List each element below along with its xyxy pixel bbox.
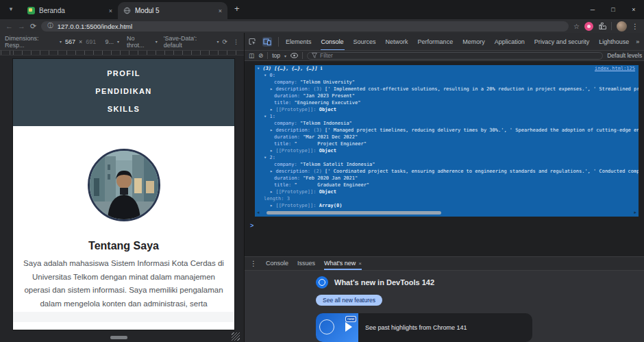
console-line: duration: "Jan 2023 Present" bbox=[255, 93, 639, 99]
tab-close-icon[interactable]: × bbox=[109, 8, 112, 14]
console-line: index.html:125▾ (3) [{…}, {…}, {…}] ℹ bbox=[255, 65, 639, 72]
log-levels-select[interactable]: Default levels bbox=[607, 52, 642, 59]
extension-badge-icon[interactable] bbox=[584, 22, 593, 31]
save-data-select[interactable]: 'Save-Data': default bbox=[164, 35, 214, 49]
devtools-tab-privacy-and-security[interactable]: Privacy and security bbox=[534, 33, 591, 51]
more-tabs-icon[interactable]: » bbox=[636, 38, 639, 45]
drawer-tabs: ⋮ Console Issues What's new× ◫ × bbox=[245, 256, 644, 271]
highlights-card[interactable]: new See past highlights from Chrome 141 bbox=[316, 313, 532, 342]
maximize-button[interactable]: □ bbox=[603, 0, 623, 19]
rotate-icon[interactable]: ⟳ bbox=[222, 38, 227, 45]
bookmark-star-icon[interactable]: ☆ bbox=[573, 23, 580, 30]
tab-close-icon[interactable]: × bbox=[358, 260, 362, 267]
console-line: duration: "Feb 2020 Jan 2021" bbox=[255, 175, 639, 182]
tab-modul5[interactable]: Modul 5 × bbox=[118, 2, 227, 19]
back-button[interactable]: ← bbox=[5, 20, 13, 32]
beranda-favicon-icon bbox=[27, 7, 35, 14]
url-text: 127.0.0.1:5500/index.html bbox=[58, 23, 132, 30]
reload-button[interactable]: ⟳ bbox=[30, 20, 36, 32]
scrollbar-thumb[interactable] bbox=[267, 211, 441, 215]
context-select[interactable]: top bbox=[272, 52, 280, 59]
devtools-logo-icon bbox=[316, 276, 328, 289]
drawer-tab-whats-new[interactable]: What's new× bbox=[324, 257, 362, 270]
chrome-menu-icon[interactable]: ⋮ bbox=[632, 23, 639, 30]
devtools-tab-sources[interactable]: Sources bbox=[353, 33, 377, 51]
nav-link-skills[interactable]: SKILLS bbox=[13, 105, 234, 114]
dimensions-times: × bbox=[79, 38, 82, 45]
devtools-drawer: ⋮ Console Issues What's new× ◫ × What's … bbox=[245, 256, 644, 342]
play-icon bbox=[345, 322, 352, 332]
profile-avatar[interactable] bbox=[617, 21, 627, 32]
chevron-down-icon: ▾ bbox=[216, 39, 219, 44]
nav-link-pendidikan[interactable]: PENDIDIKAN bbox=[13, 87, 234, 96]
devtools-tab-memory[interactable]: Memory bbox=[462, 33, 486, 51]
tab-search-button[interactable]: ▾ bbox=[5, 4, 16, 15]
zoom-select[interactable]: 9... bbox=[105, 38, 114, 45]
address-bar[interactable]: ⓘ 127.0.0.1:5500/index.html bbox=[41, 21, 569, 32]
console-prompt[interactable]: > bbox=[250, 222, 253, 229]
info-icon: ℹ bbox=[321, 66, 323, 71]
scroll-left-icon: ◂ bbox=[257, 210, 260, 215]
console-line: company: "Telkom University" bbox=[255, 79, 639, 86]
console-toolbar: ◫ ⊘ top ▾ Filter Default levels ▾ No Iss… bbox=[245, 51, 644, 61]
tab-close-icon[interactable]: × bbox=[219, 8, 222, 14]
minimize-button[interactable]: ─ bbox=[582, 0, 603, 19]
toolbar-divider bbox=[302, 52, 303, 59]
devtools-tab-console[interactable]: Console bbox=[321, 33, 345, 51]
console-line: title: " Graduate Engineer" bbox=[255, 182, 639, 188]
titlebar: ▾ Beranda × Modul 5 × + ─ □ × bbox=[0, 0, 644, 19]
console-message-selected[interactable]: index.html:125▾ (3) [{…}, {…}, {…}] ℹ ▾ … bbox=[255, 65, 639, 217]
devtools-tab-lighthouse[interactable]: Lighthouse bbox=[598, 33, 630, 51]
toolbar-divider bbox=[611, 22, 612, 30]
drawer-menu-icon[interactable]: ⋮ bbox=[250, 260, 257, 267]
site-info-icon[interactable]: ⓘ bbox=[47, 22, 53, 30]
devtools-tab-network[interactable]: Network bbox=[385, 33, 409, 51]
console-line: ▾ 1: bbox=[255, 113, 639, 120]
devtools-tab-elements[interactable]: Elements bbox=[285, 33, 312, 51]
devtools-tab-performance[interactable]: Performance bbox=[417, 33, 454, 51]
device-toolbar-toggle-icon[interactable] bbox=[262, 37, 272, 47]
viewport-resize-handle[interactable] bbox=[110, 336, 127, 339]
devtools-tab-application[interactable]: Application bbox=[494, 33, 525, 51]
console-line: ▸ [[Prototype]]: Object bbox=[255, 106, 639, 113]
drawer-tab-issues[interactable]: Issues bbox=[297, 257, 315, 270]
tab-beranda[interactable]: Beranda × bbox=[22, 2, 118, 19]
console-line: ▾ 2: bbox=[255, 154, 639, 161]
console-line: ▸ description: (3) [' Implemented cost-e… bbox=[255, 86, 639, 93]
source-link[interactable]: index.html:125 bbox=[595, 65, 639, 72]
console-line: ▸ description: (2) [' Coordinated projec… bbox=[255, 168, 639, 175]
chevron-down-icon: ▾ bbox=[60, 39, 62, 44]
devtools-header: ElementsConsoleSourcesNetworkPerformance… bbox=[245, 33, 644, 51]
device-toolbar-menu-icon[interactable]: ⋮ bbox=[233, 38, 239, 45]
console-line: ▸ description: (3) [' Managed project ti… bbox=[255, 127, 639, 134]
globe-favicon-icon bbox=[123, 7, 131, 14]
device-type-select[interactable]: Dimensions: Resp... bbox=[5, 35, 56, 49]
nav-link-profil[interactable]: PROFIL bbox=[13, 69, 234, 78]
device-width-field[interactable]: 567 bbox=[65, 38, 75, 45]
forward-button[interactable]: → bbox=[18, 20, 25, 32]
chevron-down-icon: ▾ bbox=[156, 39, 158, 44]
toolbar-divider bbox=[267, 52, 268, 59]
close-button[interactable]: × bbox=[623, 0, 644, 19]
highlights-card-text: See past highlights from Chrome 141 bbox=[358, 324, 467, 331]
see-all-new-features-button[interactable]: See all new features bbox=[316, 295, 382, 306]
header-divider bbox=[278, 37, 279, 47]
throttle-select[interactable]: No throt... bbox=[127, 35, 152, 49]
devtools-panel: ElementsConsoleSourcesNetworkPerformance… bbox=[245, 33, 644, 342]
new-tab-button[interactable]: + bbox=[234, 3, 240, 14]
clear-console-icon[interactable]: ⊘ bbox=[258, 52, 263, 59]
viewport-corner-resize-handle[interactable] bbox=[232, 332, 240, 341]
horizontal-scrollbar[interactable]: ◂ ▸ bbox=[255, 209, 639, 217]
device-height-field: 691 bbox=[86, 38, 96, 45]
console-line: company: "Telkom Satelit Indonesia" bbox=[255, 161, 639, 168]
console-line: length: 3 bbox=[255, 195, 639, 202]
console-filter-input[interactable]: Filter bbox=[307, 52, 603, 60]
console-sidebar-icon[interactable]: ◫ bbox=[249, 52, 254, 59]
browser-window: ▾ Beranda × Modul 5 × + ─ □ × ← → ⟳ ⓘ 12… bbox=[0, 0, 644, 342]
horizontal-ruler bbox=[0, 51, 244, 56]
scroll-right-icon: ▸ bbox=[634, 210, 636, 215]
inspect-element-icon[interactable] bbox=[248, 38, 256, 46]
eye-icon[interactable] bbox=[290, 53, 298, 58]
drawer-tab-console[interactable]: Console bbox=[266, 257, 288, 270]
extensions-puzzle-icon[interactable] bbox=[598, 22, 606, 30]
